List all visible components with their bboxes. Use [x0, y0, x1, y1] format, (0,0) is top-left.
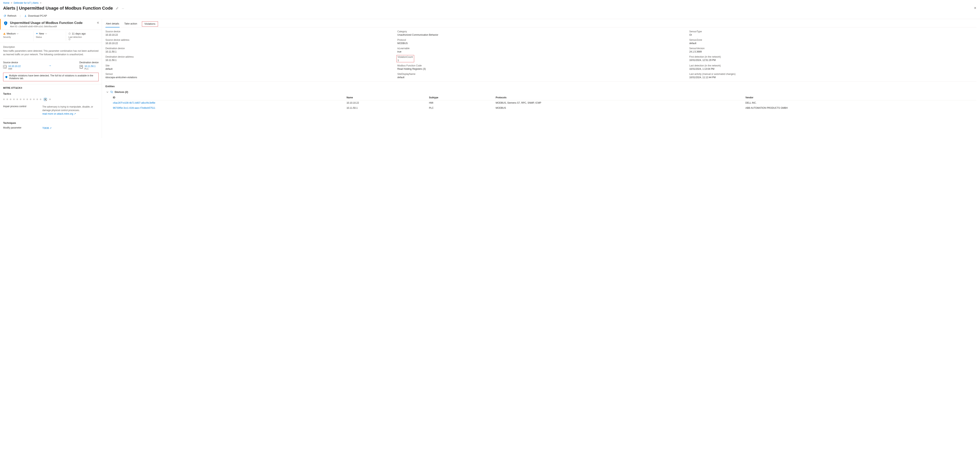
detail-field: Last detection (in the network)10/31/202… [689, 64, 977, 70]
entity-id-link[interactable]: 96730f5e-3cc1-41fd-aacc-f7edbcb57511 [113, 106, 155, 109]
detail-field: SensorZonedefault [689, 39, 977, 45]
detail-field: ProtocolMODBUS [397, 39, 684, 45]
entity-protocols: MODBUS [494, 105, 743, 111]
detail-field: Source device10.10.10.22 [105, 30, 393, 36]
breadcrumb-home[interactable]: Home [3, 2, 10, 4]
tactics-label: Tactics [3, 92, 99, 95]
tactic-dot [33, 98, 35, 100]
tactic-dot [30, 98, 31, 100]
svg-rect-1 [5, 24, 6, 24]
svg-rect-10 [81, 66, 82, 67]
source-device-type: HMI [8, 68, 21, 70]
entity-vendor: ABB AUTOMATION PRODUCTS GMBH [743, 105, 977, 111]
pin-icon[interactable] [115, 6, 119, 10]
svg-rect-7 [69, 39, 70, 39]
hmi-icon [3, 65, 7, 68]
breadcrumb-iot[interactable]: Defender for IoT | Alerts [14, 2, 38, 4]
detail-field: SiteDisplayNamedefault [397, 73, 684, 79]
toolbar-divider: | [20, 14, 21, 17]
breadcrumb: Home > Defender for IoT | Alerts > [0, 0, 980, 5]
devices-icon [110, 90, 113, 94]
mitre-link[interactable]: read more on attack.mitre.org ↗ [42, 113, 76, 115]
entity-id-link[interactable]: c6ac287f-e108-4b71-b807-a6ccf4c3ef8e [113, 101, 155, 104]
entity-vendor: DELL INC. [743, 100, 977, 106]
refresh-icon [3, 14, 6, 17]
tactic-active-icon[interactable]: 🛠️ [43, 97, 48, 101]
entity-name: 10.10.10.22 [345, 100, 427, 106]
col-vendor: Vendor [743, 95, 977, 100]
collapse-icon[interactable] [97, 21, 99, 24]
tactic-description: The adversary is trying to manipulate, d… [42, 105, 93, 112]
download-icon [24, 14, 27, 17]
source-device-label: Source device [3, 61, 21, 64]
detail-field: isLearnabletrue [397, 47, 684, 53]
shield-small-icon [5, 76, 8, 78]
breadcrumb-sep: > [40, 2, 41, 4]
entity-subtype: HMI [427, 100, 494, 106]
arrow-right-icon: → [21, 64, 80, 67]
source-device-link[interactable]: 10.10.10.22 [8, 65, 21, 68]
plc-icon [80, 65, 83, 68]
detail-field: Destination device address10.11.50.1 [105, 55, 393, 62]
chevron-down-icon[interactable] [106, 91, 108, 93]
detail-field: Sensoridoscapa-amitcohen-violations [105, 73, 393, 79]
severity-label: Severity [3, 36, 31, 38]
destination-device-label: Destination device [80, 61, 99, 64]
entity-name: 10.11.50.1 [345, 105, 427, 111]
tactic-dot [23, 98, 25, 100]
col-protocols: Protocols [494, 95, 743, 100]
notice-text: Multiple violations have been detected. … [9, 74, 97, 80]
severity-selector[interactable]: Medium [3, 32, 31, 35]
tactic-dot [37, 98, 38, 100]
table-row: c6ac287f-e108-4b71-b807-a6ccf4c3ef8e10.1… [111, 100, 977, 106]
entities-table: ID Name Subtype Protocols Vendor c6ac287… [111, 95, 977, 111]
col-id: ID [111, 95, 345, 100]
destination-device-link[interactable]: 10.11.50.1 [84, 65, 95, 68]
svg-rect-0 [5, 22, 6, 24]
tactics-rail: 🛠️ [3, 97, 99, 101]
detail-field: Last activity (manual or automated chang… [689, 73, 977, 79]
more-icon[interactable]: ··· [121, 6, 125, 11]
tactic-dot [3, 98, 5, 100]
col-name: Name [345, 95, 427, 100]
destination-device-type: PLC [84, 68, 95, 70]
mitre-heading: MITRE ATT&CK® [3, 87, 99, 89]
technique-name: Modify parameter [3, 126, 42, 130]
tactic-dot [13, 98, 15, 100]
refresh-label: Refresh [8, 14, 16, 17]
external-link-icon: ↗ [74, 113, 76, 115]
shield-alert-icon [3, 21, 8, 26]
svg-rect-6 [69, 39, 70, 40]
tabs: Alert details Take action Violations [105, 19, 977, 27]
info-icon[interactable] [68, 38, 97, 40]
clock-icon [68, 33, 71, 35]
toolbar: Refresh | Download PCAP [0, 13, 980, 19]
tactic-dot [27, 98, 28, 100]
tactic-dot [20, 98, 21, 100]
tab-take-action[interactable]: Take action [124, 21, 138, 27]
alert-id: Alert ID: c3a9a66f-a0d0-439f-a1b1-3b8cf0… [10, 25, 83, 28]
close-button[interactable]: ✕ [974, 6, 977, 10]
detail-field: Sitedefault [105, 64, 393, 70]
tab-alert-details[interactable]: Alert details [105, 21, 119, 27]
sparkle-icon: ✦ [36, 32, 38, 35]
detail-field: SensorVersion24.1.5.3689 [689, 47, 977, 53]
tactic-name: Impair process control [3, 105, 42, 116]
external-link-icon: ↗ [49, 127, 51, 130]
alert-header: Unpermitted Usage of Modbus Function Cod… [0, 19, 102, 30]
technique-link[interactable]: T0836 ↗ [42, 127, 51, 130]
detail-field: Destination device10.11.50.1 [105, 47, 393, 53]
download-pcap-button[interactable]: Download PCAP [24, 14, 47, 17]
refresh-button[interactable]: Refresh [3, 14, 16, 17]
tab-violations[interactable]: Violations [142, 21, 158, 27]
tactic-dot [49, 98, 51, 100]
detail-field: ViolationCount1 [396, 55, 414, 62]
svg-rect-9 [80, 66, 82, 68]
status-selector[interactable]: ✦ New [36, 32, 64, 35]
detail-field: Modbus Function CodeRead Holding Registe… [397, 64, 684, 70]
svg-rect-2 [4, 33, 5, 34]
status-strip: Medium Severity ✦ New Status [0, 30, 102, 43]
alert-name: Unpermitted Usage of Modbus Function Cod… [10, 21, 83, 25]
detail-field: Source device address10.10.10.22 [105, 39, 393, 45]
download-label: Download PCAP [28, 14, 47, 17]
